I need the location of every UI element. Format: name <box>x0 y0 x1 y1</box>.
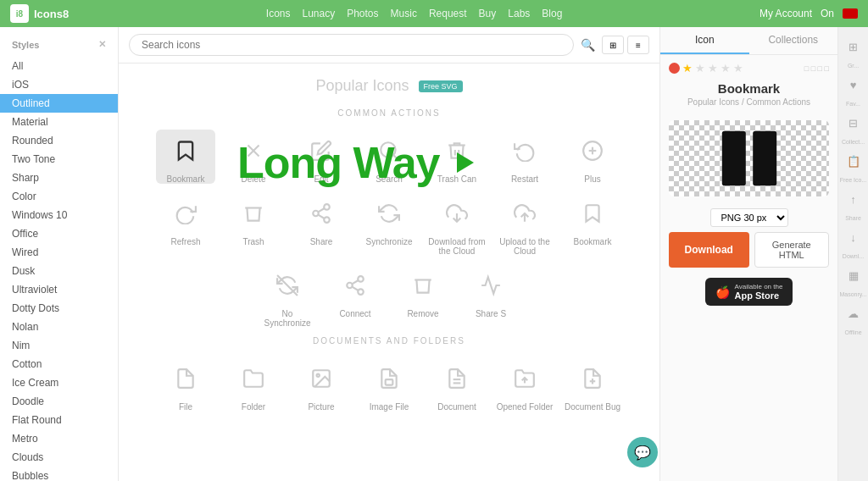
sidebar-item-clouds[interactable]: Clouds <box>0 448 118 467</box>
sidebar-item-color[interactable]: Color <box>0 187 118 206</box>
sidebar-item-icecream[interactable]: Ice Cream <box>0 373 118 392</box>
svg-line-18 <box>352 287 358 290</box>
list-item[interactable]: Trash Can <box>427 130 487 184</box>
sidebar-item-office[interactable]: Office <box>0 224 118 243</box>
star-3: ★ <box>708 62 718 75</box>
nav-link-photos[interactable]: Photos <box>347 8 378 19</box>
tab-collections[interactable]: Collections <box>749 27 838 54</box>
grid-view-button[interactable]: ⊞ <box>602 36 624 54</box>
nav-link-lunacy[interactable]: Lunacy <box>302 8 335 19</box>
list-item[interactable]: Connect <box>326 264 385 328</box>
sidebar-item-ios[interactable]: iOS <box>0 75 118 94</box>
download-button[interactable]: Download <box>669 232 749 268</box>
tab-icon[interactable]: Icon <box>660 27 749 54</box>
icons-row-3: No Synchronize Connect Remove <box>136 264 643 328</box>
color-dot-red[interactable] <box>669 63 680 74</box>
svg-rect-27 <box>721 131 745 185</box>
list-item[interactable]: Trash <box>224 192 283 256</box>
sidebar-item-bubbles[interactable]: Bubbles <box>0 467 118 481</box>
nav-links: Icons Lunacy Photos Music Request Buy La… <box>82 8 746 19</box>
sidebar-item-metro[interactable]: Metro <box>0 429 118 448</box>
apple-icon: 🍎 <box>715 285 730 299</box>
sidebar-item-nim[interactable]: Nim <box>0 336 118 355</box>
nav-link-icons[interactable]: Icons <box>266 8 291 19</box>
mini-item-masonry[interactable]: ▦ <box>841 263 866 288</box>
list-item[interactable]: Document Bug <box>563 357 622 412</box>
sidebar-item-dottydots[interactable]: Dotty Dots <box>0 299 118 318</box>
list-item[interactable]: Edit <box>292 130 351 184</box>
format-dropdown[interactable]: PNG 30 px PNG 64 px SVG <box>710 208 788 227</box>
mini-item-grid[interactable]: ⊞ <box>841 34 866 59</box>
mini-item-collect[interactable]: ⊟ <box>841 110 866 135</box>
list-item[interactable]: Bookmark <box>563 192 622 256</box>
list-item[interactable]: No Synchronize <box>258 264 317 328</box>
search-input[interactable] <box>129 34 574 56</box>
list-item[interactable]: Refresh <box>156 192 215 256</box>
list-item[interactable]: Remove <box>393 264 453 328</box>
my-account-link[interactable]: My Account <box>760 8 812 19</box>
sidebar-item-dusk[interactable]: Dusk <box>0 262 118 280</box>
sidebar-item-material[interactable]: Material <box>0 113 118 131</box>
mini-item-offline[interactable]: ☁ <box>841 301 866 326</box>
nav-link-music[interactable]: Music <box>391 8 417 19</box>
list-item[interactable]: Synchronize <box>359 192 419 256</box>
appstore-button[interactable]: 🍎 Available on the App Store <box>705 278 793 306</box>
appstore-badge[interactable]: 🍎 Available on the App Store <box>660 274 837 312</box>
sidebar-title: Styles ✕ <box>0 36 118 57</box>
trashcan-icon-box <box>436 130 478 172</box>
list-item[interactable]: Download from the Cloud <box>427 192 487 256</box>
sidebar-item-nolan[interactable]: Nolan <box>0 318 118 336</box>
mini-item-download-s[interactable]: ↓ <box>841 224 866 250</box>
svg-point-16 <box>347 283 353 289</box>
search-icon[interactable]: 🔍 <box>581 38 595 52</box>
list-item[interactable]: Delete <box>224 130 283 184</box>
list-item[interactable]: Search <box>359 130 419 184</box>
mini-item-freeicons[interactable]: 📋 <box>841 148 866 174</box>
sidebar-item-wired[interactable]: Wired <box>0 243 118 262</box>
language-flag[interactable] <box>843 8 858 19</box>
sidebar-item-windows10[interactable]: Windows 10 <box>0 206 118 224</box>
generate-html-button[interactable]: Generate HTML <box>754 232 830 268</box>
sidebar-collapse-icon[interactable]: ✕ <box>98 39 106 50</box>
sidebar-item-rounded[interactable]: Rounded <box>0 131 118 150</box>
sidebar-item-doodle[interactable]: Doodle <box>0 392 118 411</box>
list-item[interactable]: Plus <box>563 130 622 184</box>
preview-bookmark-icon <box>720 129 779 188</box>
list-item[interactable]: Opened Folder <box>495 357 554 412</box>
svg-point-2 <box>381 142 395 157</box>
list-item[interactable]: Bookmark <box>156 130 215 184</box>
list-item[interactable]: Image File <box>359 357 419 412</box>
appstore-text: Available on the App Store <box>735 283 783 301</box>
mini-item-download-s-label: Downl... <box>843 253 864 259</box>
sidebar-item-cotton[interactable]: Cotton <box>0 355 118 373</box>
nav-link-blog[interactable]: Blog <box>542 8 562 19</box>
list-item[interactable]: Share <box>292 192 351 256</box>
list-item[interactable]: Share S <box>461 264 520 328</box>
mini-item-favorite[interactable]: ♥ <box>841 72 866 97</box>
documents-header: DOCUMENTS AND FOLDERS <box>136 336 643 346</box>
sidebar-item-all[interactable]: All <box>0 57 118 75</box>
sidebar-item-sharp[interactable]: Sharp <box>0 169 118 187</box>
icons-row-docs: File Folder Picture <box>136 357 643 412</box>
icons-content: 🔍 ⊞ ≡ Popular Icons Free SVG COMMON ACTI… <box>119 27 659 481</box>
logo[interactable]: i8 Icons8 <box>10 4 69 23</box>
svg-point-7 <box>324 204 330 210</box>
list-item[interactable]: Upload to the Cloud <box>495 192 554 256</box>
nav-link-labs[interactable]: Labs <box>508 8 530 19</box>
sidebar-item-flatround[interactable]: Flat Round <box>0 411 118 429</box>
panel-extra-icons: □ □ □ □ <box>804 64 829 73</box>
star-5: ★ <box>733 62 743 75</box>
list-item[interactable]: Picture <box>292 357 351 412</box>
nav-link-request[interactable]: Request <box>429 8 467 19</box>
list-item[interactable]: Folder <box>224 357 283 412</box>
list-item[interactable]: Restart <box>495 130 554 184</box>
list-view-button[interactable]: ≡ <box>627 36 649 54</box>
mini-item-share[interactable]: ↑ <box>841 186 866 212</box>
list-item[interactable]: Document <box>427 357 487 412</box>
sidebar-item-twotone[interactable]: Two Tone <box>0 150 118 169</box>
nav-link-buy[interactable]: Buy <box>479 8 497 19</box>
sidebar-item-ultraviolet[interactable]: Ultraviolet <box>0 280 118 299</box>
chat-bubble[interactable]: 💬 <box>627 437 658 467</box>
list-item[interactable]: File <box>156 357 215 412</box>
sidebar-item-outlined[interactable]: Outlined <box>0 94 118 113</box>
